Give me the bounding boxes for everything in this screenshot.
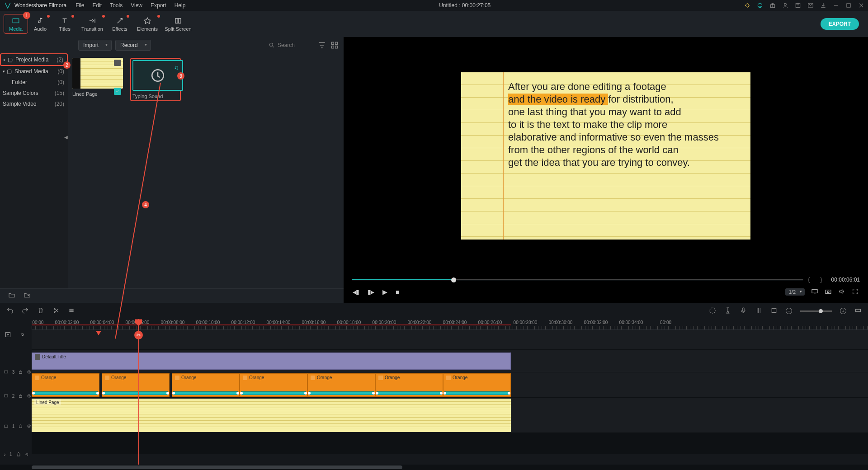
track-audio-1[interactable] (32, 433, 868, 454)
sidebar-item-project-media[interactable]: ▸ ▢ Project Media (2) 2 (0, 53, 68, 66)
eye-icon[interactable] (27, 423, 32, 429)
tips-icon[interactable] (744, 2, 750, 9)
menu-tools[interactable]: Tools (110, 2, 123, 9)
tab-effects[interactable]: Effects (108, 14, 132, 34)
sidebar-item-sample-colors[interactable]: Sample Colors (15) (0, 88, 68, 99)
prev-frame-icon[interactable]: ◂▮ (353, 288, 359, 296)
timeline-ruler[interactable]: 00:00:00:0000:00:02:0000:00:04:0000:00:0… (32, 319, 868, 330)
collapse-sidebar-icon[interactable]: ◀ (64, 135, 68, 140)
tab-titles[interactable]: Titles (52, 14, 77, 34)
audio-mixer-icon[interactable] (755, 307, 762, 315)
gift-icon[interactable] (769, 2, 776, 9)
marker-icon[interactable] (724, 307, 731, 315)
preview-viewport[interactable]: After you are done editing a footageand … (347, 37, 864, 275)
record-dropdown[interactable]: Record (115, 40, 151, 51)
add-track-icon[interactable] (5, 331, 11, 339)
eye-icon[interactable] (27, 369, 32, 375)
track-header-title[interactable]: 3 (0, 361, 32, 383)
open-folder-icon[interactable] (8, 291, 15, 300)
sidebar-item-shared-media[interactable]: ▾ ▢ Shared Media (0) (0, 66, 68, 77)
orange-clip[interactable]: Orange (443, 373, 511, 397)
redo-icon[interactable] (22, 307, 29, 315)
track-type-icon (4, 369, 9, 375)
orange-clip[interactable]: Orange (102, 373, 170, 397)
message-icon[interactable] (807, 2, 814, 9)
next-frame-icon[interactable]: ▮▸ (368, 288, 374, 296)
timeline-hscroll[interactable] (0, 465, 868, 470)
account-icon[interactable] (782, 2, 788, 9)
mark-in-out-icon[interactable]: { } (808, 277, 826, 283)
playhead[interactable]: ✂ (138, 319, 139, 465)
menu-help[interactable]: Help (175, 2, 186, 9)
track-header-video2[interactable]: 2 (0, 383, 32, 409)
orange-clip[interactable]: Orange (172, 373, 240, 397)
zoom-in-icon[interactable]: + (840, 308, 846, 314)
tab-splitscreen-label: Split Screen (165, 26, 191, 32)
link-track-icon[interactable] (19, 331, 25, 339)
media-item-typing-sound[interactable]: ♫ Typing Sound 3 (130, 58, 181, 101)
split-icon[interactable] (52, 307, 60, 315)
eye-icon[interactable] (27, 393, 32, 399)
filter-icon[interactable] (317, 41, 326, 50)
track-video-1[interactable]: Lined Page (32, 398, 868, 433)
undo-icon[interactable] (6, 307, 14, 315)
new-folder-icon[interactable] (24, 291, 31, 300)
preview-scrubber[interactable]: { } 00:00:06:01 (347, 275, 864, 285)
zoom-slider[interactable] (800, 310, 832, 312)
menu-file[interactable]: File (75, 2, 84, 9)
orange-clip[interactable]: Orange (375, 373, 443, 397)
settings-icon[interactable] (68, 307, 75, 315)
snapshot-icon[interactable] (825, 288, 832, 296)
minimize-icon[interactable] (833, 2, 839, 9)
title-clip[interactable]: Default Title (32, 352, 511, 370)
render-icon[interactable] (709, 307, 716, 315)
tab-split-screen[interactable]: Split Screen (163, 14, 193, 34)
search-input[interactable] (278, 42, 314, 48)
timeline-tracks[interactable]: 00:00:00:0000:00:02:0000:00:04:0000:00:0… (32, 319, 868, 465)
search-box[interactable] (269, 42, 314, 48)
sidebar-item-sample-video[interactable]: Sample Video (20) (0, 99, 68, 109)
zoom-out-icon[interactable]: − (786, 308, 792, 314)
menu-view[interactable]: View (131, 2, 142, 9)
play-icon[interactable]: ▶ (382, 288, 387, 296)
lock-icon[interactable] (18, 369, 23, 375)
menu-export[interactable]: Export (151, 2, 166, 9)
delete-icon[interactable] (37, 307, 44, 315)
lock-icon[interactable] (16, 451, 21, 457)
track-video-2[interactable]: OrangeOrangeOrangeOrangeOrangeOrangeOran… (32, 372, 868, 398)
tab-transition[interactable]: Transition (77, 14, 108, 34)
support-icon[interactable] (757, 2, 763, 9)
download-icon[interactable] (820, 2, 826, 9)
orange-clip[interactable]: Orange (307, 373, 375, 397)
grid-view-icon[interactable] (330, 41, 339, 50)
tab-media[interactable]: Media 1 (4, 14, 28, 34)
track-header-audio1[interactable]: ♪ 1 (0, 444, 32, 465)
menu-edit[interactable]: Edit (93, 2, 102, 9)
zoom-fit-icon[interactable] (854, 307, 862, 315)
voiceover-icon[interactable] (740, 307, 747, 315)
media-item-lined-page[interactable]: Lined Page (72, 58, 123, 97)
lined-page-clip[interactable]: Lined Page (32, 399, 511, 432)
orange-clip[interactable]: Orange (240, 373, 307, 397)
preview-quality-dropdown[interactable]: 1/2 (785, 288, 805, 296)
lock-icon[interactable] (18, 423, 23, 429)
preview-text-line: from the other regions of the world can (508, 144, 737, 156)
speaker-icon[interactable] (25, 451, 30, 457)
maximize-icon[interactable] (845, 2, 852, 9)
track-header-video1[interactable]: 1 (0, 409, 32, 444)
save-icon[interactable] (795, 2, 801, 9)
export-button[interactable]: EXPORT (821, 18, 859, 30)
fullscreen-icon[interactable] (852, 288, 859, 296)
crop-icon[interactable] (770, 307, 778, 315)
close-icon[interactable] (858, 2, 864, 9)
orange-clip[interactable]: Orange (32, 373, 99, 397)
tab-audio[interactable]: Audio (28, 14, 52, 34)
track-title[interactable]: Default Title (32, 350, 868, 372)
import-dropdown[interactable]: Import (78, 40, 112, 51)
volume-icon[interactable] (838, 288, 845, 296)
sidebar-item-folder[interactable]: Folder (0) (0, 77, 68, 88)
preview-display-icon[interactable] (811, 288, 818, 296)
stop-icon[interactable]: ■ (396, 288, 399, 296)
lock-icon[interactable] (18, 393, 23, 399)
tab-elements[interactable]: Elements (132, 14, 163, 34)
